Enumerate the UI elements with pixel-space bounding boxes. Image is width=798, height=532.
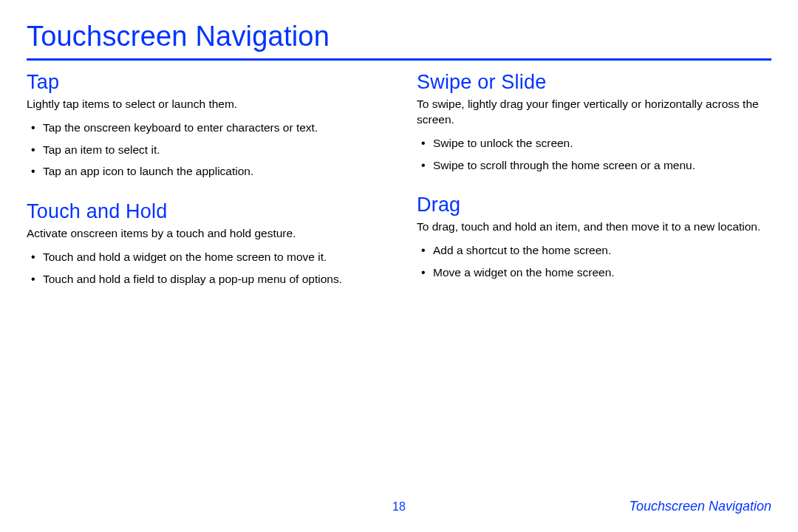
right-column: Swipe or Slide To swipe, lightly drag yo… [417,71,771,307]
bullet-list-tap: Tap the onscreen keyboard to enter chara… [27,120,381,180]
section-intro-tap: Lightly tap items to select or launch th… [27,97,381,112]
bullet-list-touch-hold: Touch and hold a widget on the home scre… [27,249,381,287]
section-intro-swipe: To swipe, lightly drag your finger verti… [417,97,771,128]
left-column: Tap Lightly tap items to select or launc… [27,71,381,307]
section-title-touch-hold: Touch and Hold [27,200,381,223]
list-item: Add a shortcut to the home screen. [420,242,771,259]
section-intro-touch-hold: Activate onscreen items by a touch and h… [27,226,381,242]
list-item: Tap the onscreen keyboard to enter chara… [30,120,381,136]
section-title-drag: Drag [417,194,771,216]
page-footer: 18 Touchscreen Navigation [0,499,798,514]
bullet-list-drag: Add a shortcut to the home screen. Move … [417,242,771,280]
list-item: Tap an item to select it. [30,142,381,158]
bullet-list-swipe: Swipe to unlock the screen. Swipe to scr… [417,135,771,173]
footer-section-label: Touchscreen Navigation [406,499,771,514]
list-item: Touch and hold a widget on the home scre… [30,249,381,265]
list-item: Swipe to unlock the screen. [420,135,771,151]
section-touch-hold: Touch and Hold Activate onscreen items b… [27,200,381,287]
page-title: Touchscreen Navigation [27,21,771,61]
list-item: Move a widget on the home screen. [420,265,771,281]
section-title-tap: Tap [27,71,381,94]
section-swipe: Swipe or Slide To swipe, lightly drag yo… [417,71,771,173]
content-columns: Tap Lightly tap items to select or launc… [27,71,771,307]
list-item: Tap an app icon to launch the applicatio… [30,163,381,180]
list-item: Swipe to scroll through the home screen … [420,157,771,174]
section-intro-drag: To drag, touch and hold an item, and the… [417,219,771,235]
page-number: 18 [392,500,406,514]
section-tap: Tap Lightly tap items to select or launc… [27,71,381,180]
section-title-swipe: Swipe or Slide [417,71,771,94]
section-drag: Drag To drag, touch and hold an item, an… [417,194,771,280]
list-item: Touch and hold a field to display a pop-… [30,271,381,287]
